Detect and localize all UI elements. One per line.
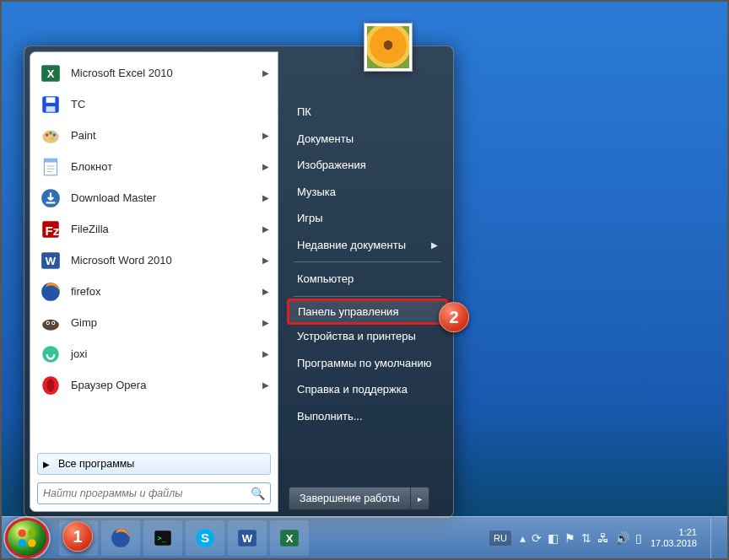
svg-rect-4 xyxy=(46,106,56,112)
tray-battery-icon[interactable]: ▯ xyxy=(635,531,642,545)
all-programs-arrow-icon: ▶ xyxy=(43,460,50,469)
right-item-games[interactable]: Игры xyxy=(289,205,446,232)
language-indicator[interactable]: RU xyxy=(489,530,511,546)
right-item-run[interactable]: Выполнить... xyxy=(289,403,446,430)
right-item-documents[interactable]: Документы xyxy=(289,126,446,153)
right-item-music[interactable]: Музыка xyxy=(289,179,446,206)
svg-text:X: X xyxy=(47,67,55,80)
svg-text:Fz: Fz xyxy=(46,223,60,237)
tray-volume-icon[interactable]: 🔊 xyxy=(615,531,629,545)
separator xyxy=(294,261,441,262)
right-label: Музыка xyxy=(297,186,336,198)
program-list: X Microsoft Excel 2010 ▶ TC Paint ▶ Блок… xyxy=(32,57,276,450)
show-desktop-button[interactable] xyxy=(710,518,721,558)
start-menu-left-pane: X Microsoft Excel 2010 ▶ TC Paint ▶ Блок… xyxy=(30,51,278,512)
right-label: Недавние документы xyxy=(297,239,406,251)
taskbar-item-firefox[interactable] xyxy=(101,520,140,556)
svg-text:X: X xyxy=(286,532,294,545)
tray-usb-icon[interactable]: ⇅ xyxy=(581,531,591,545)
program-item-paint[interactable]: Paint ▶ xyxy=(32,120,276,151)
submenu-arrow-icon: ▶ xyxy=(262,380,269,390)
taskbar-item-word[interactable]: W xyxy=(228,520,267,556)
right-label: Устройства и принтеры xyxy=(297,330,416,342)
svg-point-29 xyxy=(47,379,55,391)
program-item-gimp[interactable]: Gimp ▶ xyxy=(32,307,276,338)
svg-rect-11 xyxy=(44,159,57,162)
program-label: Download Master xyxy=(71,191,156,204)
gimp-icon xyxy=(39,311,62,335)
svg-point-22 xyxy=(42,319,59,330)
program-item-excel[interactable]: X Microsoft Excel 2010 ▶ xyxy=(32,57,276,89)
right-item-devices-printers[interactable]: Устройства и принтеры xyxy=(289,323,446,350)
shutdown-button[interactable]: Завершение работы xyxy=(289,487,411,510)
submenu-arrow-icon: ▶ xyxy=(262,193,269,202)
shutdown-label: Завершение работы xyxy=(300,493,400,504)
svg-point-6 xyxy=(46,133,48,136)
paint-icon xyxy=(39,124,62,148)
opera-icon xyxy=(39,374,62,397)
program-item-word[interactable]: W Microsoft Word 2010 ▶ xyxy=(32,245,276,276)
right-item-default-programs[interactable]: Программы по умолчанию xyxy=(289,350,446,377)
start-button[interactable] xyxy=(5,518,49,558)
program-label: Microsoft Excel 2010 xyxy=(71,67,173,79)
right-item-pictures[interactable]: Изображения xyxy=(289,152,446,179)
search-box[interactable]: 🔍 xyxy=(37,482,271,504)
right-item-control-panel[interactable]: Панель управления xyxy=(287,299,448,326)
right-item-recent-documents[interactable]: Недавние документы▶ xyxy=(289,232,446,259)
submenu-arrow-icon: ▶ xyxy=(262,162,269,171)
shutdown-options-button[interactable]: ▸ xyxy=(411,487,429,510)
right-item-pc[interactable]: ПК xyxy=(289,99,446,126)
start-menu: X Microsoft Excel 2010 ▶ TC Paint ▶ Блок… xyxy=(24,46,454,518)
right-label: Панель управления xyxy=(298,305,398,318)
save-icon xyxy=(39,93,62,116)
right-item-help-support[interactable]: Справка и поддержка xyxy=(289,376,446,403)
submenu-arrow-icon: ▶ xyxy=(262,318,269,327)
submenu-arrow-icon: ▶ xyxy=(262,224,269,234)
program-item-filezilla[interactable]: Fz FileZilla ▶ xyxy=(32,213,276,245)
right-label: ПК xyxy=(297,105,311,118)
program-label: joxi xyxy=(71,347,88,360)
annotation-bubble-1: 1 xyxy=(62,521,93,552)
svg-point-32 xyxy=(19,539,26,547)
tray-sync-icon[interactable]: ⟳ xyxy=(532,531,542,545)
word-icon: W xyxy=(39,249,62,272)
program-item-firefox[interactable]: firefox ▶ xyxy=(32,276,276,307)
svg-text:W: W xyxy=(46,255,57,267)
taskbar-item-terminal[interactable]: >_ xyxy=(143,520,182,556)
program-label: Браузер Opera xyxy=(71,379,146,391)
svg-text:W: W xyxy=(242,532,253,545)
program-item-download-master[interactable]: Download Master ▶ xyxy=(32,182,276,213)
tray-shield-icon[interactable]: ⚑ xyxy=(564,531,575,545)
program-label: Gimp xyxy=(71,316,97,329)
user-picture-frame[interactable] xyxy=(364,23,413,72)
all-programs-button[interactable]: ▶ Все программы xyxy=(37,453,271,475)
program-item-joxi[interactable]: joxi ▶ xyxy=(32,338,276,369)
right-label: Выполнить... xyxy=(297,410,363,423)
search-input[interactable] xyxy=(43,487,251,499)
taskbar-item-skype[interactable]: S xyxy=(186,520,224,556)
excel-icon: X xyxy=(39,62,62,85)
start-menu-right-pane: ПК Документы Изображения Музыка Игры Нед… xyxy=(278,46,453,517)
right-item-computer[interactable]: Компьютер xyxy=(289,266,446,293)
tray-network-icon[interactable]: 🖧 xyxy=(597,531,609,545)
user-picture-flower-icon xyxy=(367,26,409,68)
program-label: FileZilla xyxy=(71,223,109,235)
right-label: Компьютер xyxy=(297,272,354,285)
program-item-opera[interactable]: Браузер Opera ▶ xyxy=(32,369,276,401)
taskbar-item-excel[interactable]: X xyxy=(270,520,309,556)
notepad-icon xyxy=(39,155,62,179)
tray-chevron-up-icon[interactable]: ▴ xyxy=(520,531,526,545)
program-item-notepad[interactable]: Блокнот ▶ xyxy=(32,151,276,182)
taskbar: >_ S W X RU ▴ ⟳ ◧ ⚑ ⇅ 🖧 🔊 ▯ 1:21 17.03.2… xyxy=(2,516,727,558)
tray-app-icon[interactable]: ◧ xyxy=(548,531,559,545)
svg-rect-3 xyxy=(46,97,56,103)
taskbar-clock[interactable]: 1:21 17.03.2018 xyxy=(651,527,697,548)
program-label: Microsoft Word 2010 xyxy=(71,254,172,267)
filezilla-icon: Fz xyxy=(39,218,62,241)
clock-date: 17.03.2018 xyxy=(651,538,697,549)
joxi-icon xyxy=(39,342,62,366)
svg-text:S: S xyxy=(201,530,209,545)
program-item-tc[interactable]: TC xyxy=(32,89,276,120)
right-label: Изображения xyxy=(297,159,366,171)
submenu-arrow-icon: ▶ xyxy=(262,287,269,296)
